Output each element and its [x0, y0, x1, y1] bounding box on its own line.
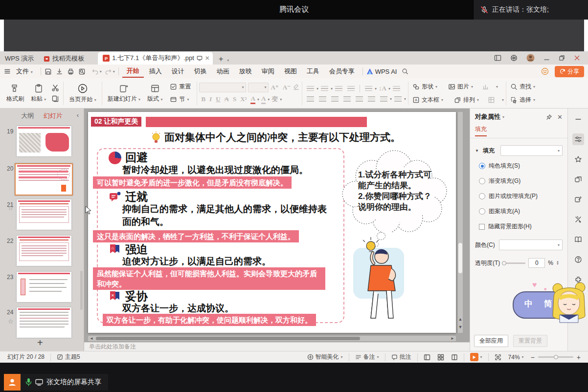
edit-pen-strip-icon[interactable] [572, 194, 584, 205]
fill-type-dropdown[interactable]: ▾ [500, 145, 563, 156]
decrease-font-icon[interactable]: A⁻ [283, 84, 291, 91]
number-list-icon[interactable] [321, 86, 328, 91]
menu-tab-design[interactable]: 设计 [167, 65, 189, 77]
superscript-button[interactable]: X² [240, 95, 247, 103]
option-picture-fill[interactable]: 图片或纹理填充(P) [479, 192, 567, 200]
increase-indent-icon[interactable] [347, 86, 355, 91]
layout-toggle-icon[interactable] [494, 54, 501, 62]
format-painter-button[interactable]: 格式刷 [3, 83, 27, 104]
color-dropdown[interactable]: ▾ [499, 240, 563, 250]
paste-button[interactable]: 粘贴 ▾ [27, 83, 49, 104]
collapse-strip-icon[interactable] [572, 113, 584, 125]
start-from-current-button[interactable]: 当页开始 ▾ [66, 82, 99, 105]
arrange-button[interactable]: 排列▾ [452, 95, 481, 105]
item-accommodate-desc[interactable]: 抑制自己的需求，满足其他人的需求，以便维持表面的和气。 [122, 203, 328, 228]
phonetic-guide-button[interactable]: 变 [271, 95, 278, 104]
zoom-in-button[interactable]: + [573, 353, 584, 361]
new-slide-button[interactable]: 新建幻灯片 ▾ [104, 83, 144, 104]
strikethrough-button[interactable]: A [225, 95, 229, 103]
layout-button[interactable]: 版式 ▾ [144, 83, 166, 104]
undo-icon[interactable] [91, 68, 99, 75]
table-insert-icon[interactable] [488, 96, 495, 104]
distribute-icon[interactable] [356, 96, 363, 102]
close-tab-icon[interactable]: ✕ [205, 55, 210, 62]
option-pattern-fill[interactable]: 图案填充(A) [479, 207, 567, 216]
align-left-icon[interactable] [307, 96, 314, 102]
picture-button[interactable]: 图片▾ [446, 82, 475, 92]
slide-sorter-view-button[interactable] [434, 354, 448, 361]
smart-beautify-button[interactable]: 智能美化▾ [304, 353, 346, 361]
menu-tab-home[interactable]: 开始 [122, 65, 144, 78]
print-icon[interactable] [67, 68, 74, 75]
wps-app-tab[interactable]: WPS 演示 [0, 53, 39, 65]
item-compromise-note[interactable]: 双方各让一步，有助于化解冲突，使问题顺利解决，双方和好。 [103, 314, 316, 326]
docer-template-tab[interactable]: 找稻壳模板 [39, 53, 89, 65]
slide-20[interactable]: 02 让和声更美 面对集体中个人之间的冲突，主要有以下处理方式。 回避 暂时冷却… [88, 112, 456, 333]
item-force-desc[interactable]: 迫使对方让步，以满足自己的需求。 [122, 255, 271, 268]
redo-chevron[interactable]: ▾ [113, 69, 115, 74]
user-avatar[interactable] [526, 54, 535, 62]
slide-thumbnail-21[interactable] [17, 199, 71, 230]
zoom-level[interactable]: 74%▾ [505, 354, 527, 361]
zoom-out-button[interactable]: − [527, 353, 538, 361]
slides-tab[interactable]: 幻灯片 [44, 112, 63, 119]
properties-strip-icon[interactable] [572, 133, 584, 145]
sync-cube-icon[interactable] [510, 54, 518, 62]
scroll-right-arrow[interactable]: ► [451, 336, 454, 341]
item-accommodate-note[interactable]: 这只是表面的解决，牺牲了一方利益，不利于保证个人利益。 [93, 230, 299, 242]
option-hide-background[interactable]: 隐藏背景图形(H) [479, 222, 567, 231]
minimize-icon[interactable] [543, 55, 550, 61]
shadow-button[interactable]: S [233, 95, 236, 103]
save-icon[interactable] [45, 68, 52, 75]
apply-all-button[interactable]: 全部应用 [474, 335, 508, 347]
align-right-icon[interactable] [331, 96, 339, 102]
menu-tab-member[interactable]: 会员专享 [325, 65, 359, 77]
scroll-left-arrow[interactable]: ◄ [90, 336, 93, 341]
chart-insert-icon[interactable] [482, 83, 489, 90]
print-preview-icon[interactable] [78, 68, 86, 75]
justify-icon[interactable] [343, 96, 351, 102]
hamburger-icon[interactable] [4, 68, 11, 75]
line-spacing-icon[interactable]: ↕A [379, 85, 386, 92]
select-button[interactable]: 选择▾ [508, 95, 537, 105]
document-tab[interactable]: P 1.七下7.1《单音与和声》.ppt ✕ [98, 52, 213, 65]
export-icon[interactable] [56, 68, 63, 75]
animation-strip-icon[interactable] [572, 174, 584, 185]
copy-icon[interactable] [51, 95, 59, 103]
menu-tab-transition[interactable]: 切换 [190, 65, 211, 77]
notes-button[interactable]: 备注▾ [352, 353, 383, 361]
outline-tab[interactable]: 大纲 [21, 112, 34, 119]
increase-font-icon[interactable]: A⁺ [271, 84, 278, 91]
highlight-button[interactable]: A [261, 95, 266, 104]
reset-background-button[interactable]: 重置背景 [513, 335, 547, 347]
section-button[interactable]: 节 ▾ [168, 94, 193, 105]
menu-tab-slideshow[interactable]: 放映 [235, 65, 256, 77]
slide-thumbnail-19[interactable] [17, 126, 71, 156]
present-monitor-icon[interactable] [197, 55, 203, 61]
item-force-note[interactable]: 虽然能保证个人利益，但可能损害他人利益。实则会导致更大的矛盾和冲突。 [93, 267, 325, 290]
horizontal-scrollbar-thumb[interactable] [96, 337, 360, 340]
wps-ai-label[interactable]: WPS AI [375, 68, 397, 75]
effects-strip-icon[interactable] [572, 153, 584, 165]
previous-slide-button[interactable]: ▲ [457, 316, 464, 323]
item-avoid-title[interactable]: 回避 [109, 150, 148, 165]
play-slideshow-button[interactable]: ▾ [467, 353, 486, 361]
slide-headline[interactable]: 面对集体中个人之间的冲突，主要有以下处理方式。 [151, 131, 401, 144]
help-strip-icon[interactable] [572, 254, 584, 265]
horizontal-scrollbar[interactable]: ◄ ► [88, 336, 456, 341]
font-name-select[interactable]: ▾ [199, 83, 246, 92]
option-gradient-fill[interactable]: 渐变填充(G) [479, 177, 567, 185]
fit-slide-button[interactable] [491, 354, 505, 361]
comments-button[interactable]: 批注 [388, 353, 415, 361]
menu-tab-tools[interactable]: 工具 [302, 65, 324, 77]
transparency-input[interactable]: 0 [528, 258, 545, 268]
tab-list-chevron[interactable]: ▾ [227, 58, 229, 63]
screen-share-chip[interactable]: 张文培的屏幕共享 [4, 374, 108, 391]
person-illustration[interactable] [348, 235, 413, 326]
collapse-panel-icon[interactable]: ‹ [77, 111, 79, 119]
menu-tab-review[interactable]: 审阅 [257, 65, 279, 77]
theme-button[interactable]: 主题5 [53, 353, 84, 361]
decrease-indent-icon[interactable] [335, 86, 342, 91]
menu-tab-insert[interactable]: 插入 [145, 65, 166, 77]
slide-thumbnail-20-selected[interactable] [15, 163, 73, 196]
